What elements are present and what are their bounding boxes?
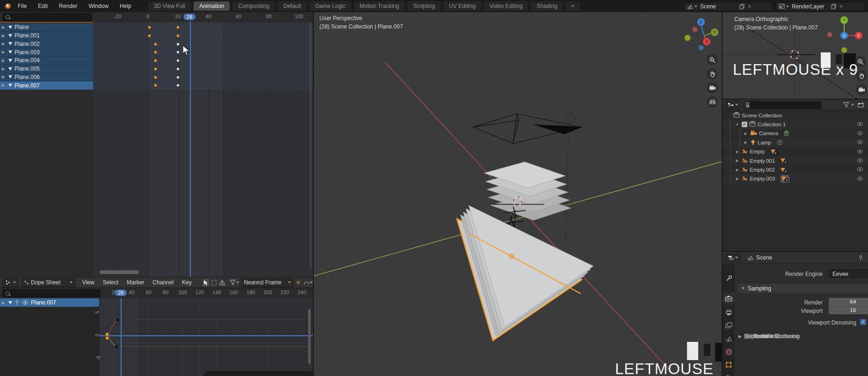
header-menu-item[interactable]: Select bbox=[99, 279, 123, 286]
scene-selector[interactable]: Scene × bbox=[684, 2, 773, 11]
expand-arrow-icon[interactable]: ▶ bbox=[744, 140, 747, 145]
empty-sphere[interactable] bbox=[565, 114, 576, 124]
gizmo-negy-ball[interactable] bbox=[685, 35, 691, 41]
remove-renderlayer-icon[interactable]: × bbox=[837, 3, 846, 10]
eye-icon[interactable] bbox=[857, 140, 863, 145]
graph-current-frame-badge[interactable]: 28 bbox=[115, 289, 127, 296]
expand-arrow-icon[interactable]: ▶ bbox=[736, 177, 738, 181]
mesh-data-badge[interactable]: 2 bbox=[781, 166, 788, 174]
expand-arrow-icon[interactable]: ▶ bbox=[2, 83, 6, 87]
channel-row[interactable]: ▶ Plane.005 bbox=[0, 65, 93, 73]
outliner-row[interactable]: ▶ Empty 2 bbox=[723, 147, 868, 156]
expand-arrow-icon[interactable]: ▶ bbox=[2, 34, 6, 38]
header-menu-item[interactable]: Key bbox=[178, 279, 196, 286]
workspace-tab[interactable]: Compositing bbox=[232, 1, 275, 11]
expand-arrow-icon[interactable]: ▶ bbox=[2, 50, 6, 54]
eye-icon[interactable] bbox=[857, 131, 863, 137]
channel-label[interactable]: Plane bbox=[14, 24, 29, 30]
menu-item[interactable]: Help bbox=[114, 0, 137, 12]
pin-icon[interactable] bbox=[858, 255, 863, 260]
playhead[interactable] bbox=[190, 21, 191, 277]
keyframe-dot[interactable] bbox=[176, 43, 180, 46]
eye-icon[interactable] bbox=[22, 300, 29, 305]
menu-item[interactable]: Edit bbox=[32, 0, 53, 12]
graph-vertical-scrollbar[interactable] bbox=[308, 309, 311, 364]
big-plane-stack[interactable] bbox=[457, 205, 593, 340]
workspace-tab[interactable]: UV Editing bbox=[443, 1, 481, 11]
outliner-row[interactable]: Scene Collection bbox=[723, 111, 868, 120]
proportional-edit-warning-icon[interactable] bbox=[219, 279, 225, 287]
keyframe-dot[interactable] bbox=[154, 76, 157, 79]
new-renderlayer-icon[interactable] bbox=[831, 4, 837, 9]
outliner-row[interactable]: ▶ Camera bbox=[723, 129, 868, 138]
camera-data-badge[interactable] bbox=[784, 130, 791, 136]
navigation-gizmo[interactable]: Z Y X bbox=[685, 18, 719, 51]
box-select-icon[interactable] bbox=[210, 279, 217, 287]
outliner-item-label[interactable]: Empty.003 bbox=[750, 176, 775, 181]
new-collection-icon[interactable] bbox=[858, 102, 864, 108]
light-data-badge[interactable] bbox=[777, 139, 783, 145]
expand-arrow-icon[interactable]: ▶ bbox=[744, 131, 747, 136]
sampling-render-field[interactable]: 64 bbox=[829, 298, 868, 306]
keyframe-dot[interactable] bbox=[148, 26, 151, 29]
outliner-row[interactable]: ▶ Lamp bbox=[723, 138, 868, 147]
graph-keyframe[interactable] bbox=[105, 333, 109, 336]
renderlayer-icon[interactable] bbox=[776, 4, 792, 9]
tab-output[interactable] bbox=[723, 306, 735, 318]
gizmo-negx-ball[interactable] bbox=[693, 27, 698, 32]
dope-sheet-mode-dropdown[interactable]: Dope Sheet bbox=[21, 278, 75, 287]
pan-hand-button[interactable] bbox=[707, 68, 718, 80]
snap-mode-dropdown[interactable]: Nearest Frame bbox=[241, 278, 294, 287]
outliner-item-label[interactable]: Empty bbox=[750, 149, 765, 154]
outliner-row[interactable]: ▼ ✓ Collection 1 bbox=[723, 120, 868, 129]
outliner-item-label[interactable]: Empty.002 bbox=[750, 167, 775, 173]
eye-icon[interactable] bbox=[857, 122, 863, 127]
expand-arrow-icon[interactable]: ▶ bbox=[2, 42, 6, 46]
tab-scene[interactable] bbox=[723, 333, 735, 345]
horizontal-scrollbar[interactable] bbox=[100, 270, 139, 274]
menu-item[interactable]: Window bbox=[83, 0, 114, 12]
menu-item[interactable]: File bbox=[12, 0, 32, 12]
gizmo-negy-ball[interactable] bbox=[841, 47, 847, 53]
sampling-viewport-field[interactable]: 16 bbox=[829, 306, 868, 314]
collection-checkbox[interactable]: ✓ bbox=[742, 122, 747, 127]
tab-tool[interactable] bbox=[723, 272, 735, 284]
outliner-row[interactable]: ▶ Empty.001 2 bbox=[723, 156, 868, 165]
sampling-section-header[interactable]: ▼ Sampling :::: bbox=[738, 284, 868, 293]
expand-arrow-icon[interactable]: ▶ bbox=[736, 159, 738, 163]
expand-arrow-icon[interactable]: ▶ bbox=[2, 75, 6, 79]
channel-label[interactable]: Plane.007 bbox=[14, 82, 40, 89]
mesh-data-badge[interactable]: 2 bbox=[771, 148, 778, 155]
camera-viewport[interactable]: Y Z X Camera Orthographic (28) Scene Col… bbox=[722, 12, 868, 99]
outliner-item-label[interactable]: Camera bbox=[759, 130, 778, 136]
editor-type-button[interactable] bbox=[725, 254, 741, 262]
channel-row[interactable]: ▶ Plane.006 bbox=[0, 73, 93, 82]
mesh-data-badge[interactable]: 2 bbox=[781, 157, 788, 164]
channel-row[interactable]: ▶ Plane.002 bbox=[0, 40, 93, 49]
expand-arrow-icon[interactable]: ▶ bbox=[2, 301, 6, 305]
channel-label[interactable]: Plane.003 bbox=[14, 49, 40, 56]
tab-modifiers[interactable] bbox=[723, 372, 735, 376]
mid-plane-stack[interactable] bbox=[484, 162, 571, 220]
eye-icon[interactable] bbox=[857, 176, 863, 182]
menu-item[interactable]: Render bbox=[53, 0, 83, 12]
graph-keyframe[interactable] bbox=[105, 336, 109, 340]
workspace-tab[interactable]: Shading bbox=[531, 1, 563, 11]
graph-keyframe[interactable] bbox=[116, 318, 119, 321]
ortho-grid-button[interactable] bbox=[707, 96, 718, 108]
outliner-item-label[interactable]: Scene Collection bbox=[742, 113, 782, 118]
channel-row[interactable]: ▶ Plane.001 bbox=[0, 32, 93, 40]
proportional-falloff-icon[interactable] bbox=[295, 279, 302, 287]
keyframe-dot[interactable] bbox=[154, 43, 157, 46]
tab-render[interactable] bbox=[723, 292, 735, 304]
expand-arrow-icon[interactable]: ▶ bbox=[736, 150, 738, 154]
channel-label[interactable]: Plane.004 bbox=[14, 57, 40, 64]
keyframe-dot[interactable] bbox=[176, 67, 180, 71]
gizmo-negz-ball[interactable] bbox=[699, 45, 704, 51]
keyframe-dot[interactable] bbox=[154, 59, 157, 62]
renderlayer-name[interactable]: RenderLayer bbox=[792, 3, 831, 10]
workspace-tab[interactable]: Default bbox=[278, 1, 307, 11]
collapse-arrow-icon[interactable]: ▼ bbox=[736, 123, 739, 127]
channel-label[interactable]: Plane.005 bbox=[14, 65, 40, 72]
edge-plane-white[interactable] bbox=[687, 342, 698, 360]
